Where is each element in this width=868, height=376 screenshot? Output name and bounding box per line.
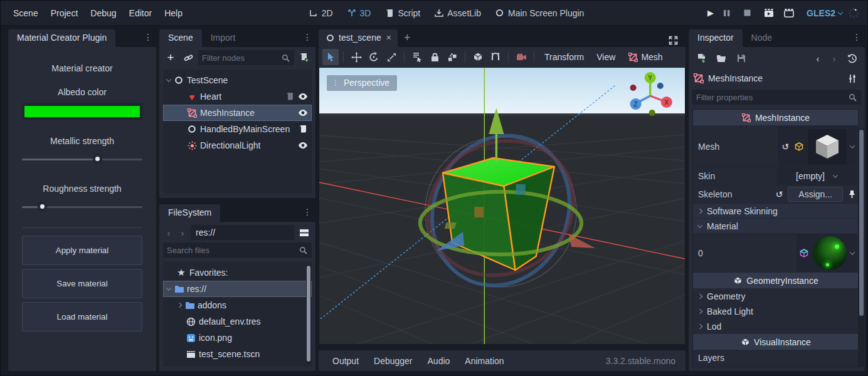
chevron-down-icon[interactable] (833, 172, 838, 177)
scene-node-testscene[interactable]: TestScene (163, 72, 312, 88)
new-resource-button[interactable] (694, 51, 709, 66)
collapse-icon[interactable] (177, 303, 182, 308)
dock-menu-icon[interactable]: ⋮ (852, 32, 861, 42)
favorites-row[interactable]: ★ Favorites: (163, 264, 312, 281)
tab-scene[interactable]: Scene (159, 29, 202, 47)
list-select-button[interactable] (409, 49, 425, 65)
group-material[interactable]: Material (693, 219, 858, 233)
workspace-script-button[interactable]: Script (379, 8, 425, 18)
mesh-menu[interactable]: Mesh (622, 52, 668, 62)
mesh-resource-picker[interactable]: ↺ (778, 126, 857, 167)
workspace-main-screen-plugin-button[interactable]: Main Screen Plugin (490, 8, 589, 18)
scene-node-meshinstance[interactable]: MeshInstance (163, 105, 312, 121)
history-icon[interactable] (845, 51, 860, 66)
group-geometry[interactable]: Geometry (693, 289, 858, 303)
scene-node-heart[interactable]: ♥ Heart (163, 88, 312, 105)
attach-script-button[interactable] (297, 50, 312, 65)
scene-node-handledbymainscreen[interactable]: HandledByMainScreen (163, 121, 312, 137)
select-tool-button[interactable] (322, 49, 339, 65)
transform-menu[interactable]: Transform (539, 52, 590, 62)
renderer-selector[interactable]: GLES2 (807, 8, 842, 18)
inspector-scrollbar[interactable] (859, 128, 864, 367)
menu-help[interactable]: Help (158, 8, 189, 18)
bottom-tab-audio[interactable]: Audio (420, 356, 458, 366)
local-space-button[interactable] (487, 49, 504, 65)
play-custom-scene-button[interactable] (784, 9, 798, 18)
group-selected-button[interactable] (444, 49, 460, 65)
play-button[interactable]: ▶ (704, 8, 717, 18)
stop-button[interactable] (744, 9, 758, 16)
split-mode-icon[interactable] (297, 225, 312, 240)
roughness-strength-slider[interactable] (22, 202, 142, 211)
albedo-color-picker[interactable] (22, 103, 142, 120)
scale-tool-button[interactable] (383, 49, 400, 65)
workspace-3d-button[interactable]: 3D (342, 8, 376, 18)
dock-menu-icon[interactable]: ⋮ (303, 32, 312, 42)
lock-selected-button[interactable] (426, 49, 443, 65)
apply-material-button[interactable]: Apply material (22, 236, 142, 265)
history-back-button[interactable]: ‹ (812, 53, 823, 64)
filter-properties-input[interactable] (692, 90, 861, 105)
save-resource-button[interactable] (734, 51, 749, 66)
save-material-button[interactable]: Save material (22, 269, 142, 298)
camera-override-button[interactable] (513, 49, 529, 65)
skin-resource-picker[interactable]: [empty] (776, 167, 857, 185)
tab-inspector[interactable]: Inspector (689, 29, 743, 47)
script-icon[interactable] (285, 91, 295, 102)
skeleton-assign-button[interactable]: Assign... (788, 187, 843, 202)
workspace-assetlib-button[interactable]: AssetLib (429, 8, 486, 18)
chevron-down-icon[interactable] (850, 143, 855, 148)
dock-menu-icon[interactable]: ⋮ (303, 207, 312, 217)
group-baked-light[interactable]: Baked Light (693, 304, 858, 318)
slider-grabber[interactable] (38, 202, 46, 211)
tab-import[interactable]: Import (202, 29, 245, 47)
collapse-icon[interactable] (166, 285, 171, 290)
scene-node-directionallight[interactable]: DirectionalLight (163, 137, 312, 154)
fs-item-res[interactable]: res:// (163, 281, 312, 297)
history-forward-button[interactable]: › (177, 227, 188, 238)
perspective-menu[interactable]: ⋮ Perspective (327, 75, 397, 91)
fs-item-default-env[interactable]: default_env.tres (163, 313, 312, 330)
chevron-down-icon[interactable] (850, 249, 855, 254)
menu-scene[interactable]: Scene (7, 8, 45, 18)
pin-icon[interactable] (847, 189, 857, 199)
slider-grabber[interactable] (93, 155, 102, 163)
dock-menu-icon[interactable]: ⋮ (144, 32, 152, 42)
tab-node[interactable]: Node (743, 29, 781, 47)
material-resource-picker[interactable] (797, 234, 857, 272)
bottom-tab-animation[interactable]: Animation (457, 356, 511, 366)
load-resource-button[interactable] (714, 51, 729, 66)
revert-icon[interactable]: ↺ (780, 142, 790, 152)
tab-filesystem[interactable]: FileSystem (159, 204, 220, 222)
visibility-eye-icon[interactable] (298, 140, 308, 150)
expand-viewport-icon[interactable] (665, 33, 680, 48)
load-material-button[interactable]: Load material (22, 302, 142, 332)
bottom-tab-output[interactable]: Output (325, 356, 366, 366)
rotate-tool-button[interactable] (366, 49, 382, 65)
add-node-button[interactable]: + (163, 50, 178, 65)
menu-project[interactable]: Project (45, 8, 85, 18)
filesystem-scrollbar[interactable] (306, 264, 311, 364)
visibility-eye-icon[interactable] (298, 108, 308, 118)
new-scene-tab-button[interactable]: + (398, 31, 417, 47)
snap-toggle-button[interactable] (470, 49, 486, 65)
instance-scene-button[interactable] (181, 50, 196, 65)
history-forward-button[interactable]: › (828, 53, 840, 64)
filter-nodes-input[interactable] (198, 50, 294, 65)
workspace-2d-button[interactable]: 2D (304, 8, 338, 18)
visibility-eye-icon[interactable] (298, 91, 308, 102)
3d-viewport[interactable]: Y X Z ⋮ Perspective (319, 67, 685, 345)
search-files-input[interactable] (163, 243, 312, 258)
history-back-button[interactable]: ‹ (163, 227, 174, 238)
fs-item-addons[interactable]: addons (163, 297, 312, 313)
menu-debug[interactable]: Debug (84, 8, 122, 18)
script-icon[interactable] (298, 124, 308, 134)
metallic-strength-slider[interactable] (22, 155, 142, 164)
group-lod[interactable]: Lod (693, 319, 858, 333)
pause-button[interactable] (724, 9, 738, 17)
collapse-icon[interactable] (166, 76, 171, 81)
tab-material-creator-plugin[interactable]: Material Creator Plugin (8, 29, 115, 47)
object-tools-icon[interactable] (845, 71, 860, 86)
scene-tab-test-scene[interactable]: test_scene × (319, 29, 398, 47)
revert-icon[interactable]: ↺ (774, 189, 784, 199)
